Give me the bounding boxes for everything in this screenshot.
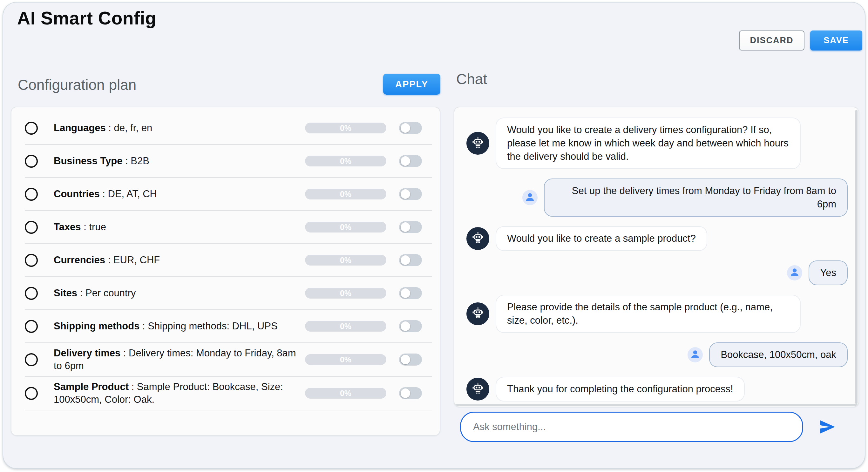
config-row: Delivery times : Delivery times: Monday …	[25, 343, 432, 377]
progress-bar: 0%	[305, 288, 386, 298]
progress-label: 0%	[340, 322, 351, 331]
toggle-knob	[401, 288, 410, 298]
config-plan-title: Configuration plan	[18, 76, 136, 93]
config-item-text: Countries : DE, AT, CH	[54, 184, 157, 204]
progress-label: 0%	[340, 355, 351, 364]
progress-bar: 0%	[305, 321, 386, 332]
config-item-text: Shipping methods : Shipping methods: DHL…	[54, 316, 278, 336]
config-radio[interactable]	[25, 221, 38, 234]
chat-horizontal-scrollbar[interactable]	[455, 404, 858, 406]
config-item-separator: :	[120, 347, 129, 358]
config-radio[interactable]	[25, 155, 38, 168]
config-item-value: B2B	[131, 155, 149, 166]
config-item-text: Sites : Per country	[54, 283, 136, 303]
config-item-text: Sample Product : Sample Product: Bookcas…	[54, 377, 305, 410]
config-item-text: Delivery times : Delivery times: Monday …	[54, 343, 305, 376]
toggle-switch[interactable]	[399, 188, 422, 200]
config-item-name: Taxes	[54, 221, 81, 232]
config-item-value: true	[89, 221, 106, 232]
toggle-switch[interactable]	[399, 122, 422, 134]
chat-title: Chat	[456, 70, 487, 88]
user-message-bubble: Yes	[809, 260, 848, 285]
user-icon	[525, 192, 535, 203]
chat-message-list: Would you like to create a delivery time…	[466, 118, 848, 402]
toggle-switch[interactable]	[399, 353, 422, 366]
config-item-value: Shipping methods: DHL, UPS	[148, 320, 277, 332]
config-row: Sample Product : Sample Product: Bookcas…	[25, 377, 432, 410]
toggle-switch[interactable]	[399, 387, 422, 399]
toggle-switch[interactable]	[399, 254, 422, 266]
progress-bar: 0%	[305, 189, 386, 199]
config-radio[interactable]	[25, 387, 38, 400]
config-row: Shipping methods : Shipping methods: DHL…	[25, 310, 432, 343]
config-item-separator: :	[106, 122, 114, 133]
user-avatar	[522, 190, 537, 205]
chat-input[interactable]	[460, 412, 803, 442]
config-row: Languages : de, fr, en0%	[25, 112, 432, 145]
config-item-value: EUR, CHF	[114, 254, 160, 265]
bot-message-bubble: Would you like to create a sample produc…	[496, 226, 707, 251]
bot-message-bubble: Would you like to create a delivery time…	[496, 118, 801, 169]
config-row: Business Type : B2B0%	[25, 145, 432, 178]
toggle-switch[interactable]	[399, 320, 422, 332]
robot-icon	[470, 135, 486, 152]
bot-message-bubble: Please provide the details of the sample…	[496, 295, 801, 333]
toggle-knob	[401, 189, 410, 199]
send-icon[interactable]	[818, 419, 836, 435]
progress-bar: 0%	[305, 222, 386, 232]
config-item-separator: :	[77, 287, 86, 298]
toggle-switch[interactable]	[399, 287, 422, 299]
config-item-text: Languages : de, fr, en	[54, 118, 152, 138]
config-item-name: Delivery times	[54, 347, 120, 358]
user-message-row: Bookcase, 100x50cm, oak	[466, 342, 848, 367]
config-radio[interactable]	[25, 122, 38, 135]
chat-vertical-scrollbar[interactable]	[855, 110, 858, 404]
config-item-text: Business Type : B2B	[54, 151, 149, 171]
config-item-text: Currencies : EUR, CHF	[54, 250, 160, 270]
progress-label: 0%	[340, 289, 351, 298]
config-item-value: de, fr, en	[114, 122, 153, 133]
user-icon	[690, 349, 701, 361]
config-item-name: Business Type	[54, 155, 123, 166]
bot-message-row: Would you like to create a sample produc…	[466, 226, 848, 251]
progress-label: 0%	[340, 124, 351, 133]
app-window: AI Smart Config DISCARD SAVE Configurati…	[3, 2, 865, 469]
user-avatar	[687, 347, 703, 363]
config-row-list: Languages : de, fr, en0%Business Type : …	[11, 112, 440, 410]
config-item-separator: :	[105, 254, 114, 265]
toggle-knob	[401, 321, 410, 331]
user-message-row: Set up the delivery times from Monday to…	[466, 179, 848, 217]
save-button[interactable]: SAVE	[810, 31, 862, 51]
config-row: Sites : Per country0%	[25, 277, 432, 310]
user-icon	[789, 267, 800, 279]
bot-message-row: Thank you for completing the configurati…	[466, 377, 848, 402]
robot-icon	[470, 381, 486, 397]
toggle-switch[interactable]	[399, 221, 422, 233]
configuration-plan-panel: Languages : de, fr, en0%Business Type : …	[11, 107, 440, 436]
config-item-separator: :	[100, 188, 108, 199]
toggle-knob	[401, 355, 410, 364]
toggle-knob	[401, 123, 410, 133]
toggle-switch[interactable]	[399, 155, 422, 167]
progress-label: 0%	[340, 256, 351, 265]
discard-button[interactable]: DISCARD	[739, 31, 804, 51]
bot-message-bubble: Thank you for completing the configurati…	[496, 377, 745, 402]
apply-button[interactable]: APPLY	[383, 74, 440, 95]
config-row: Taxes : true0%	[25, 211, 432, 244]
config-item-name: Countries	[54, 188, 100, 199]
robot-icon	[470, 230, 486, 247]
config-radio[interactable]	[25, 353, 38, 366]
config-radio[interactable]	[25, 287, 38, 300]
bot-avatar	[466, 303, 489, 325]
config-item-text: Taxes : true	[54, 217, 106, 237]
progress-label: 0%	[340, 190, 351, 199]
toggle-knob	[401, 255, 410, 265]
progress-label: 0%	[340, 389, 351, 398]
progress-bar: 0%	[305, 354, 386, 365]
config-item-separator: :	[123, 155, 131, 166]
bot-avatar	[466, 132, 489, 155]
user-avatar	[787, 265, 802, 280]
config-radio[interactable]	[25, 188, 38, 201]
config-radio[interactable]	[25, 254, 38, 267]
config-radio[interactable]	[25, 320, 38, 333]
